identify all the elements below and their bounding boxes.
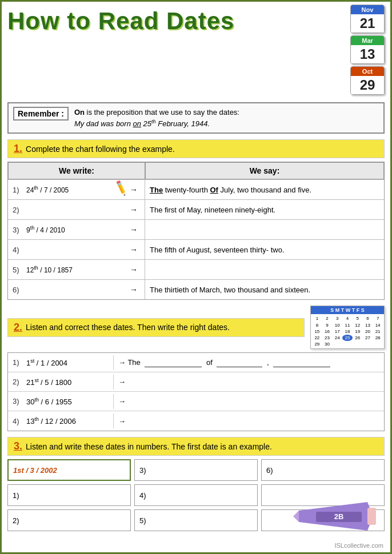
s2-date-4: 13th / 12 / 2006: [26, 416, 76, 425]
row-num-1: 1): [13, 186, 23, 194]
s2-num-2: 2): [13, 378, 23, 386]
section2-header: 2. Listen and correct these dates. Then …: [7, 318, 305, 337]
watermark: ISLcollective.com: [334, 542, 383, 549]
remember-line1: On is the preposition that we use to say…: [74, 108, 239, 117]
col-say-header: We say:: [145, 162, 384, 179]
row-num-4: 4): [13, 246, 23, 254]
fill-line: [145, 358, 202, 367]
table-row: 3) 9th / 4 / 2010 →: [8, 219, 384, 239]
say-text-2: The first of May, nineteen ninety-eight.: [150, 206, 275, 214]
remember-box: Remember : On is the preposition that we…: [7, 102, 385, 134]
s3-label-1: 1): [13, 491, 19, 500]
s2-right-3: →: [114, 394, 384, 408]
calendar-oct-day: 29: [351, 76, 384, 94]
calendar-nov-month: Nov: [351, 5, 384, 14]
row-date-1: 24th / 7 / 2005: [26, 185, 69, 194]
pencil-icon: ✏️: [113, 179, 131, 197]
section2-rows: 1) 1st / 1 / 2004 → The of , 2) 21st / 5…: [7, 352, 385, 431]
calendar-oct: Oct 29: [350, 66, 385, 95]
s2-date-2: 21st / 5 / 1800: [26, 378, 71, 387]
s2-num-1: 1): [13, 358, 23, 367]
section1-header: 1. Complete the chart following the exam…: [7, 139, 385, 158]
row-date-3: 9th / 4 / 2010: [26, 225, 65, 234]
say-text-1: The twenty-fourth Of July, two thousand …: [150, 186, 311, 194]
mini-cal-grid: 1 2 3 4 5 6 7 8 9 10 11 12 13 14 15 16 1: [311, 314, 384, 348]
say-cell-3: [145, 220, 384, 239]
say-text-4: The fifth of August, seventeen thirty- t…: [150, 246, 285, 254]
remember-text: On is the preposition that we use to say…: [74, 107, 239, 129]
arrow-2: →: [130, 205, 138, 214]
calendar-nov-day: 21: [351, 14, 384, 33]
title-area: How to Read Dates Nov 21 Mar 13 Oct 29: [7, 7, 385, 98]
preposition-on: On: [74, 108, 85, 117]
pencil-svg: 2B: [293, 499, 379, 533]
s3-example-cell: 1st / 3 / 2002: [7, 459, 131, 481]
s2-num-3: 3): [13, 397, 23, 406]
calendar-mar-month: Mar: [351, 36, 384, 45]
col-write-header: We write:: [8, 162, 145, 179]
row-date-5: 12th / 10 / 1857: [26, 265, 73, 274]
mini-calendar: S M T W T F S 1 2 3 4 5 6 7 8 9 10 11 12…: [310, 306, 385, 349]
table-row: 5) 12th / 10 / 1857 →: [8, 259, 384, 279]
s3-example-value: 1st / 3 / 2002: [13, 466, 57, 475]
s2-say-1: → The of ,: [118, 358, 333, 367]
write-cell-3: 3) 9th / 4 / 2010 →: [8, 220, 145, 239]
remember-label: Remember :: [13, 107, 69, 121]
calendar-icons: Nov 21 Mar 13 Oct 29: [350, 5, 385, 95]
table-header: We write: We say:: [8, 162, 384, 179]
say-cell-2: The first of May, nineteen ninety-eight.: [145, 200, 384, 219]
section1-number: 1.: [14, 143, 22, 155]
say-text-6: The thirtieth of March, two thousand and…: [150, 286, 310, 294]
pencil-decoration: 2B: [293, 499, 379, 535]
s2-right-4: →: [114, 414, 384, 428]
row-num-5: 5): [13, 266, 23, 274]
svg-text:2B: 2B: [334, 512, 344, 521]
s3-label-4: 4): [139, 491, 146, 500]
arrow-4: →: [130, 245, 138, 254]
s2-arrow-3: →: [118, 397, 126, 406]
row-num-6: 6): [13, 286, 23, 294]
s2-row: 1) 1st / 1 / 2004 → The of ,: [8, 353, 384, 372]
on-underline: on: [133, 119, 141, 128]
s3-cell-6: 6): [261, 459, 385, 481]
s2-left-4: 4) 13th / 12 / 2006: [8, 414, 114, 428]
fill-line: [273, 358, 330, 367]
s3-cell-5: 5): [134, 509, 258, 531]
s3-label-3: 3): [139, 466, 146, 475]
row-num-3: 3): [13, 226, 23, 234]
table-row: 1) 24th / 7 / 2005 ✏️ → The twenty-fourt…: [8, 179, 384, 199]
section3-instruction: Listen and write these dates in numbers.…: [26, 442, 272, 451]
table-row: 2) → The first of May, nineteen ninety-e…: [8, 199, 384, 219]
s2-left-1: 1) 1st / 1 / 2004: [8, 355, 114, 370]
write-cell-2: 2) →: [8, 200, 145, 219]
s3-label-6: 6): [266, 466, 273, 475]
mini-cal-header: S M T W T F S: [311, 306, 384, 314]
s2-right-2: →: [114, 375, 384, 389]
section2-header-row: 2. Listen and correct these dates. Then …: [7, 306, 385, 349]
section2-instruction: Listen and correct these dates. Then wri…: [26, 323, 230, 332]
s3-label-5: 5): [139, 516, 146, 525]
say-cell-1: The twenty-fourth Of July, two thousand …: [145, 180, 384, 199]
section1-instruction: Complete the chart following the example…: [26, 144, 175, 154]
s2-left-2: 2) 21st / 5 / 1800: [8, 375, 114, 390]
s3-cell-2: 2): [7, 509, 131, 531]
row-num-2: 2): [13, 206, 23, 214]
s3-label-2: 2): [13, 516, 19, 525]
s2-num-4: 4): [13, 417, 23, 425]
write-cell-4: 4) →: [8, 240, 145, 259]
calendar-mar-day: 13: [351, 45, 384, 63]
section2-number: 2.: [14, 322, 22, 334]
page-title: How to Read Dates: [7, 7, 234, 35]
section3-number: 3.: [14, 440, 22, 452]
table-row: 4) → The fifth of August, seventeen thir…: [8, 239, 384, 259]
arrow-6: →: [130, 285, 138, 294]
s2-left-3: 3) 30th / 6 / 1955: [8, 394, 114, 409]
calendar-oct-month: Oct: [351, 67, 384, 76]
remember-example: My dad was born on 25th February, 1944.: [74, 119, 210, 128]
section3-header: 3. Listen and write these dates in numbe…: [7, 437, 385, 456]
s3-cell-4: 4): [134, 484, 258, 506]
arrow-3: →: [130, 225, 138, 234]
write-cell-1: 1) 24th / 7 / 2005 ✏️ →: [8, 180, 145, 199]
s2-row: 2) 21st / 5 / 1800 →: [8, 372, 384, 392]
s2-date-3: 30th / 6 / 1955: [26, 397, 72, 406]
